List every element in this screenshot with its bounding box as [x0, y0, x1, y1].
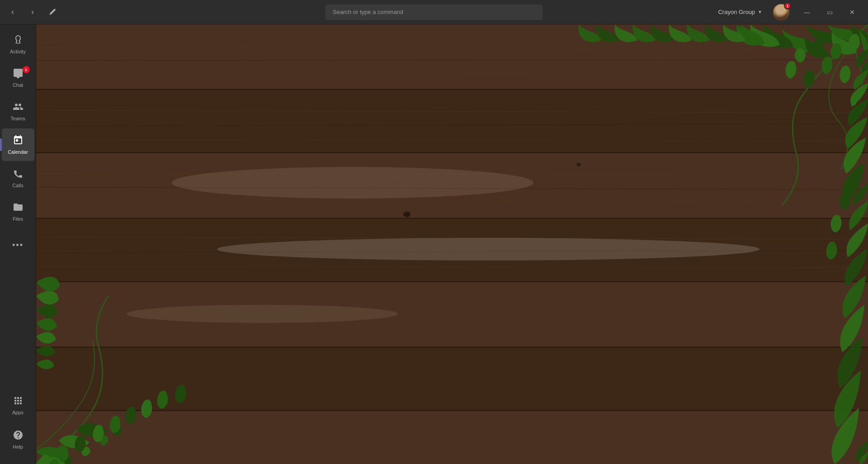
- sidebar: Activity Chat 1 Teams Calendar: [0, 24, 36, 464]
- svg-rect-4: [36, 90, 868, 153]
- maximize-icon: ▭: [827, 9, 833, 16]
- sidebar-item-files[interactable]: Files: [2, 195, 34, 228]
- apps-icon: [13, 395, 24, 408]
- wood-scene: [36, 24, 868, 464]
- title-bar-left: ‹ ›: [5, 5, 60, 19]
- minimize-icon: —: [804, 9, 810, 16]
- forward-icon: ›: [31, 7, 34, 17]
- files-icon: [13, 202, 24, 214]
- sidebar-item-more[interactable]: •••: [2, 229, 34, 261]
- title-bar: ‹ › Search or type a command Crayon Grou…: [0, 0, 868, 24]
- teams-icon: [13, 101, 24, 114]
- sidebar-item-calendar-label: Calendar: [8, 149, 28, 155]
- svg-point-30: [403, 212, 410, 217]
- svg-point-27: [172, 167, 533, 199]
- maximize-button[interactable]: ▭: [819, 5, 840, 19]
- close-icon: ✕: [849, 9, 855, 16]
- sidebar-item-apps[interactable]: Apps: [2, 389, 34, 421]
- svg-point-31: [576, 163, 581, 166]
- svg-rect-14: [36, 411, 868, 464]
- minimize-button[interactable]: —: [797, 5, 817, 19]
- close-button[interactable]: ✕: [842, 5, 863, 19]
- sidebar-item-calls-label: Calls: [12, 183, 23, 188]
- search-bar[interactable]: Search or type a command: [326, 5, 542, 20]
- chat-notification-badge: 1: [23, 66, 30, 73]
- sidebar-item-chat[interactable]: Chat 1: [2, 62, 34, 94]
- calendar-icon: [13, 135, 24, 147]
- chat-icon: [13, 68, 24, 80]
- sidebar-item-calendar[interactable]: Calendar: [2, 128, 34, 161]
- chevron-down-icon: ▼: [758, 9, 762, 14]
- sidebar-item-activity-label: Activity: [10, 49, 26, 54]
- sidebar-item-calls[interactable]: Calls: [2, 162, 34, 194]
- org-selector[interactable]: Crayon Group ▼: [714, 7, 766, 17]
- more-icon: •••: [12, 241, 24, 249]
- help-icon: [13, 430, 24, 442]
- title-bar-right: Crayon Group ▼ 1 — ▭ ✕: [714, 4, 863, 20]
- compose-button[interactable]: [45, 5, 60, 19]
- calls-icon: [13, 168, 24, 181]
- user-avatar[interactable]: 1: [773, 4, 789, 20]
- svg-point-28: [217, 238, 760, 260]
- sidebar-item-files-label: Files: [13, 216, 23, 222]
- org-name: Crayon Group: [718, 9, 755, 15]
- sidebar-item-teams[interactable]: Teams: [2, 95, 34, 128]
- sidebar-item-help[interactable]: Help: [2, 423, 34, 456]
- wood-background: [36, 24, 868, 464]
- sidebar-item-chat-label: Chat: [13, 82, 23, 88]
- search-placeholder: Search or type a command: [333, 9, 403, 15]
- window-controls: — ▭ ✕: [797, 5, 863, 19]
- activity-icon: [13, 34, 24, 47]
- sidebar-bottom: Apps Help: [2, 389, 34, 464]
- main-content: [36, 24, 868, 464]
- sidebar-item-apps-label: Apps: [12, 410, 24, 415]
- avatar-notification-badge: 1: [784, 2, 791, 9]
- sidebar-item-activity[interactable]: Activity: [2, 28, 34, 61]
- forward-button[interactable]: ›: [25, 5, 40, 19]
- svg-point-29: [127, 305, 398, 323]
- back-button[interactable]: ‹: [5, 5, 20, 19]
- back-icon: ‹: [11, 7, 14, 17]
- sidebar-item-teams-label: Teams: [10, 116, 25, 121]
- sidebar-item-help-label: Help: [13, 444, 23, 450]
